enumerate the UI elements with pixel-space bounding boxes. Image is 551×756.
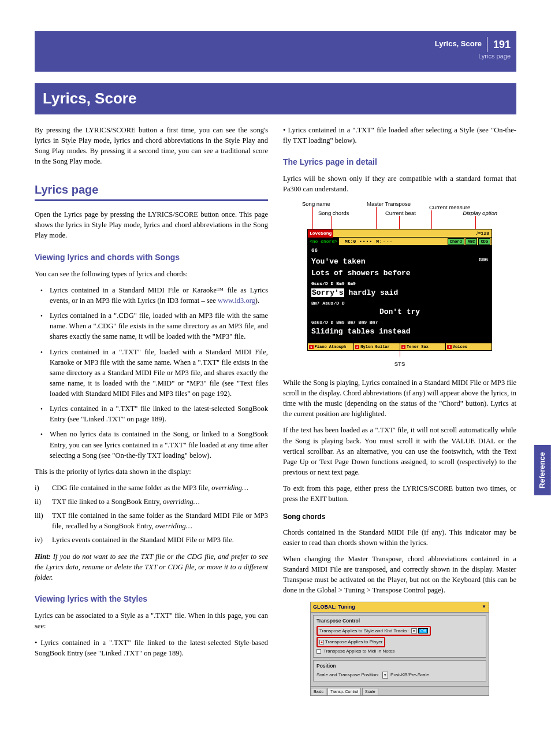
p-types-intro: You can see the following types of lyric… [35,269,268,279]
lyric-line: Sliding tables instead [311,327,488,338]
h3-viewing-styles: Viewing lyrics with the Styles [35,593,268,605]
gf-row-scale-pos: Scale and Transpose Position: ▾ Post-KB/… [317,671,483,679]
p-styles-b2: • Lyrics contained in a ".TXT" file load… [283,125,516,146]
list-item: Lyrics contained in a ".CDG" file, loade… [35,310,268,342]
sts-cell[interactable]: 4Voices [446,343,492,351]
screen-beats: ▪▪▪▪ M:--- [359,238,393,245]
bullet-list-songs: Lyrics contained in a Standard MIDI File… [35,285,268,461]
callout-display-option: Display option [463,209,497,217]
h3-viewing-songs: Viewing lyrics and chords with Songs [35,251,268,263]
p-detail-1: While the Song is playing, Lyrics contai… [283,377,516,420]
abc-button[interactable]: ABC [466,238,478,245]
gf-tabs: Basic Transp. Control Scale [311,686,489,695]
lyric-line: Sorry's hardly said [311,288,488,299]
h4-song-chords: Song chords [283,512,516,522]
lyric-line: Don't try [311,307,488,318]
lyrics-figure: Song name Song chords Master Transpose C… [304,200,495,368]
checkbox-icon[interactable] [317,649,321,654]
sts-cell[interactable]: 3Tenor Sax [400,343,446,351]
chord-line: Bm7 Asus/D D [311,300,488,307]
screen-mt: Mt:0 [345,238,356,245]
left-column: By pressing the LYRICS/SCORE button a fi… [35,125,268,696]
p-priority: This is the priority of lyrics data show… [35,466,268,477]
p-lyrics-open: Open the Lyrics page by pressing the LYR… [35,209,268,240]
list-item: iv)Lyrics events contained in the Standa… [35,535,268,545]
list-item: i)CDG file contained in the same folder … [35,483,268,493]
gf-panel-transpose: Transpose Control Transpose Applies to S… [313,615,486,658]
p-songchords-2: When changing the Master Transpose, chor… [283,554,516,596]
p-styles-intro: Lyrics can be associated to a Style as a… [35,610,268,631]
header-section: Lyrics, Score [435,39,482,48]
screen-nochord: <no chord> [308,238,339,246]
list-item: Lyrics contained in a ".TXT" file linked… [35,403,268,424]
tab-basic[interactable]: Basic [311,688,326,695]
p-detail-2: If the text has been loaded as a ".TXT' … [283,425,516,477]
list-item: iii)TXT file contained in the same folde… [35,510,268,531]
gf-panel-title: Position [317,662,483,669]
link-id3[interactable]: www.id3.org [218,297,255,305]
page-header: Lyrics, Score 191 Lyrics page [435,37,511,61]
dropdown-icon[interactable]: ▾ [411,628,417,633]
screen-top-bar: LoveSong ♩=128 [308,229,492,238]
gf-row-style-kbd: Transpose Applies to Style and Kbd Track… [317,626,431,636]
list-item: When no lyrics data is contained in the … [35,429,268,460]
list-item: Lyrics contained in a Standard MIDI File… [35,285,268,306]
screen-sts-row: 1Piano Atmosph 2Nylon Guitar 3Tenor Sax … [308,343,492,351]
gf-title-bar: GLOBAL: Tuning ▼ [311,602,489,613]
screen-tempo: ♩=128 [475,230,492,237]
lyric-line: You've takenGm6 [311,257,488,268]
screen-row2: <no chord> Mt:0 ▪▪▪▪ M:--- Chord ABC CDG [308,238,492,246]
priority-list: i)CDG file contained in the same folder … [35,483,268,546]
callout-master-transpose: Master Transpose [367,200,411,208]
gf-panel-title: Transpose Control [317,617,483,624]
tab-scale[interactable]: Scale [362,688,378,695]
p-songchords-1: Chords contained in the Standard MIDI Fi… [283,527,516,548]
callout-song-chords: Song chords [318,209,349,217]
gf-row-midi: Transpose Applies to Midi In Notes [317,647,483,655]
gf-off-value[interactable]: Off [418,628,428,633]
p-detail-intro: Lyrics will be shown only if they are co… [283,173,516,194]
right-column: • Lyrics contained in a ".TXT" file load… [283,125,516,696]
intro-paragraph: By pressing the LYRICS/SCORE button a fi… [35,125,268,167]
callout-sts: STS [304,360,495,368]
callout-song-name: Song name [302,200,330,208]
tab-transp-control[interactable]: Transp. Control [327,688,361,695]
lyric-line: Lots of showers before [311,268,488,279]
checkbox-icon[interactable] [319,640,324,644]
lyrics-screen: LoveSong ♩=128 <no chord> Mt:0 ▪▪▪▪ M:--… [307,229,492,351]
global-tuning-figure: GLOBAL: Tuning ▼ Transpose Control Trans… [310,602,489,696]
cdg-button[interactable]: CDG [478,238,490,245]
list-item: ii)TXT file linked to a SongBook Entry, … [35,496,268,507]
sts-cell[interactable]: 1Piano Atmosph [308,343,354,351]
p-styles-b1: • Lyrics contained in a ".TXT" file link… [35,638,268,658]
dropdown-icon[interactable]: ▾ [382,672,388,679]
screen-measure: 66 [311,247,488,255]
header-subsection: Lyrics page [435,52,511,61]
chord-button[interactable]: Chord [448,238,464,245]
side-tab-reference: Reference [534,445,551,495]
title-bar: Lyrics, Score [35,83,516,114]
gf-row-player: Transpose Applies to Player [317,637,385,647]
h2-lyrics-page: Lyrics page [35,181,268,201]
chord-line: Gsus/D D Bm9 Bm7 Bm9 Bm7 [311,319,488,326]
chord-line: Gsus/D D Bm9 Bm9 [311,280,488,287]
list-item: Lyrics contained in a ".TXT" file, loade… [35,347,268,399]
page-number: 191 [493,39,511,50]
screen-body: 66 You've takenGm6 Lots of showers befor… [308,246,492,342]
dropdown-icon[interactable]: ▼ [482,603,486,611]
header-divider [487,37,487,52]
p-detail-3: To exit from this page, either press the… [283,483,516,504]
h3-detail: The Lyrics page in detail [283,156,516,168]
sts-cell[interactable]: 2Nylon Guitar [354,343,400,351]
hint-paragraph: Hint: If you do not want to see the TXT … [35,551,268,583]
gf-panel-position: Position Scale and Transpose Position: ▾… [313,660,486,681]
callout-current-beat: Current beat [385,209,416,217]
screen-songname: LoveSong [308,229,333,238]
